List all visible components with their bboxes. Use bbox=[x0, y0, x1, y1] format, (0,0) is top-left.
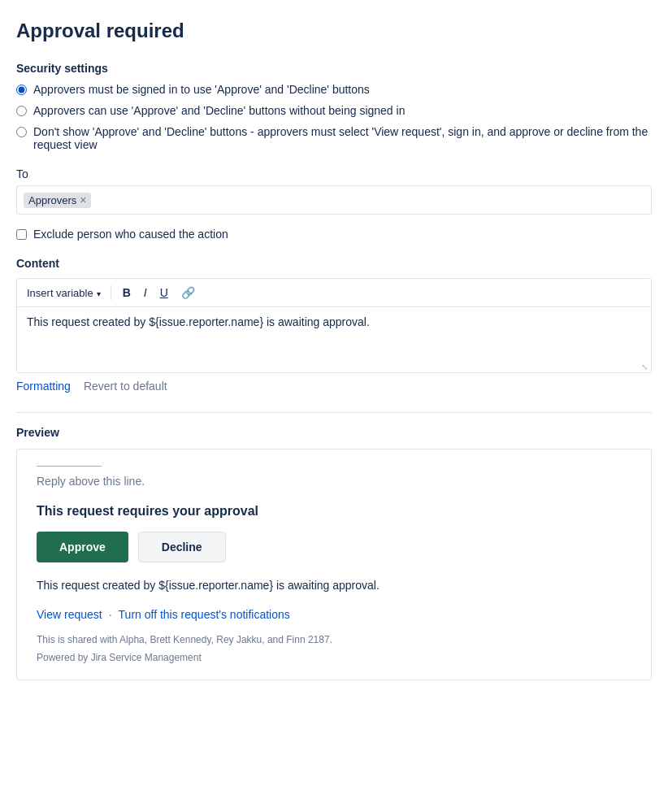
to-section: To Approvers × bbox=[16, 167, 652, 215]
security-settings-section: Security settings Approvers must be sign… bbox=[16, 62, 652, 151]
view-request-link[interactable]: View request bbox=[37, 608, 102, 621]
chevron-down-icon bbox=[97, 287, 101, 299]
security-settings-label: Security settings bbox=[16, 62, 652, 75]
page-title: Approval required bbox=[16, 20, 652, 42]
radio-input-1[interactable] bbox=[16, 85, 27, 95]
radio-group: Approvers must be signed in to use 'Appr… bbox=[16, 83, 652, 151]
editor-toolbar: Insert variable B I U 🔗 bbox=[17, 279, 651, 307]
preview-label: Preview bbox=[16, 426, 652, 439]
underline-button[interactable]: U bbox=[155, 284, 173, 302]
bold-button[interactable]: B bbox=[118, 284, 136, 302]
editor-body[interactable]: This request created by ${issue.reporter… bbox=[17, 307, 651, 372]
link-button[interactable]: 🔗 bbox=[176, 284, 200, 302]
exclude-checkbox-row[interactable]: Exclude person who caused the action bbox=[16, 228, 652, 241]
powered-by-text: Powered by Jira Service Management bbox=[37, 652, 631, 663]
formatting-row: Formatting Revert to default bbox=[16, 380, 652, 393]
exclude-label: Exclude person who caused the action bbox=[33, 228, 228, 241]
to-input[interactable]: Approvers × bbox=[16, 185, 652, 215]
radio-label-2: Approvers can use 'Approve' and 'Decline… bbox=[33, 104, 405, 117]
radio-input-3[interactable] bbox=[16, 127, 27, 137]
preview-buttons: Approve Decline bbox=[37, 532, 631, 562]
reply-line bbox=[37, 466, 102, 467]
dot-separator: · bbox=[109, 608, 112, 621]
radio-option-1[interactable]: Approvers must be signed in to use 'Appr… bbox=[16, 83, 652, 96]
content-section: Content Insert variable B I U 🔗 This req… bbox=[16, 257, 652, 373]
radio-input-2[interactable] bbox=[16, 106, 27, 116]
tag-label: Approvers bbox=[28, 194, 76, 206]
turn-off-notifications-link[interactable]: Turn off this request's notifications bbox=[119, 608, 290, 621]
insert-variable-button[interactable]: Insert variable bbox=[24, 285, 104, 301]
approvers-tag: Approvers × bbox=[24, 193, 91, 208]
radio-option-3[interactable]: Don't show 'Approve' and 'Decline' butto… bbox=[16, 125, 652, 151]
reply-above-text: Reply above this line. bbox=[37, 475, 631, 488]
editor-content: This request created by ${issue.reporter… bbox=[27, 315, 370, 328]
preview-links: View request · Turn off this request's n… bbox=[37, 608, 631, 621]
editor-container: Insert variable B I U 🔗 This request cre… bbox=[16, 278, 652, 373]
shared-with-text: This is shared with Alpha, Brett Kennedy… bbox=[37, 634, 631, 645]
exclude-checkbox[interactable] bbox=[16, 229, 27, 240]
decline-button[interactable]: Decline bbox=[138, 532, 226, 562]
preview-body-text: This request created by ${issue.reporter… bbox=[37, 579, 631, 592]
tag-remove-button[interactable]: × bbox=[80, 194, 86, 206]
content-label: Content bbox=[16, 257, 652, 270]
radio-label-3: Don't show 'Approve' and 'Decline' butto… bbox=[33, 125, 652, 151]
preview-box: Reply above this line. This request requ… bbox=[16, 449, 652, 680]
to-label: To bbox=[16, 167, 652, 180]
approve-button[interactable]: Approve bbox=[37, 532, 128, 562]
toolbar-divider bbox=[111, 285, 111, 300]
approval-heading: This request requires your approval bbox=[37, 504, 631, 519]
insert-variable-label: Insert variable bbox=[27, 287, 93, 299]
italic-button[interactable]: I bbox=[139, 284, 152, 302]
resize-handle[interactable]: ⤡ bbox=[641, 363, 649, 371]
radio-label-1: Approvers must be signed in to use 'Appr… bbox=[33, 83, 370, 96]
formatting-button[interactable]: Formatting bbox=[16, 380, 71, 393]
preview-section: Preview Reply above this line. This requ… bbox=[16, 412, 652, 680]
radio-option-2[interactable]: Approvers can use 'Approve' and 'Decline… bbox=[16, 104, 652, 117]
revert-to-default-button[interactable]: Revert to default bbox=[84, 380, 167, 393]
